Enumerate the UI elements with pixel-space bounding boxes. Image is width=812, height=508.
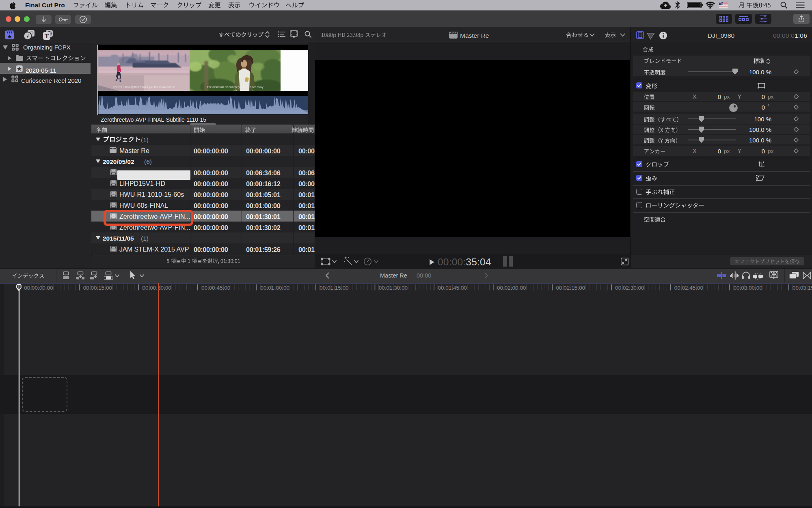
svg-text:00:00:45:00: 00:00:45:00 <box>201 285 230 291</box>
svg-text:00:00:00:00: 00:00:00:00 <box>24 285 53 291</box>
svg-text:00:00:30:00: 00:00:30:00 <box>142 285 171 291</box>
svg-text:00:00:15:00: 00:00:15:00 <box>83 285 112 291</box>
svg-text:00:01:00:00: 00:01:00:00 <box>261 285 289 291</box>
svg-text:00:03:00:00: 00:03:00:00 <box>733 285 762 291</box>
svg-text:00:01:45:00: 00:01:45:00 <box>438 285 466 291</box>
svg-text:00:02:30:00: 00:02:30:00 <box>615 285 644 291</box>
svg-text:00:03:15:00: 00:03:15:00 <box>793 285 812 291</box>
svg-text:00:01:15:00: 00:01:15:00 <box>320 285 348 291</box>
svg-text:00:02:45:00: 00:02:45:00 <box>674 285 703 291</box>
svg-text:00:02:00:00: 00:02:00:00 <box>497 285 526 291</box>
svg-text:00:02:15:00: 00:02:15:00 <box>556 285 585 291</box>
svg-text:00:01:30:00: 00:01:30:00 <box>379 285 408 291</box>
